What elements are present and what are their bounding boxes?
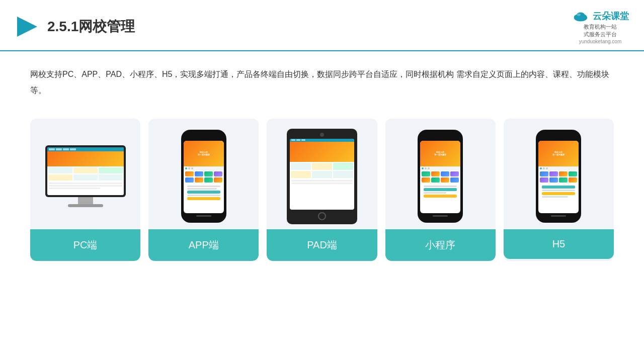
header-left: 2.5.1网校管理: [15, 15, 135, 39]
monitor-mockup: [45, 145, 126, 207]
card-app-image: 职达人的第一堂兴趣课: [148, 119, 259, 229]
logo-tagline: 教育机构一站式服务云平台: [584, 23, 617, 39]
svg-point-5: [577, 14, 581, 16]
card-miniprogram-label: 小程序: [385, 229, 496, 261]
phone-mini-mockup: 职达人的第一堂兴趣课: [418, 130, 463, 223]
svg-marker-0: [17, 17, 37, 37]
card-app-label: APP端: [148, 229, 259, 261]
cards-container: PC端 职达人的第一堂兴趣课: [0, 104, 644, 276]
card-pad-label: PAD端: [267, 229, 377, 261]
header: 2.5.1网校管理 云朵课堂 教育机构一站式服务云平台 yunduoketang…: [0, 0, 644, 51]
card-h5-image: 职达人的第一堂兴趣课: [504, 119, 614, 229]
description-text: 网校支持PC、APP、PAD、小程序、H5，实现多端打通，产品各终端自由切换，数…: [0, 51, 644, 104]
logo-cloud: 云朵课堂: [572, 9, 629, 23]
card-h5: 职达人的第一堂兴趣课: [504, 119, 614, 261]
card-h5-label: H5: [504, 229, 614, 259]
card-pc-image: [30, 119, 140, 229]
logo-area: 云朵课堂 教育机构一站式服务云平台 yunduoketang.com: [572, 9, 629, 44]
card-app: 职达人的第一堂兴趣课: [148, 119, 259, 261]
logo-text: 云朵课堂: [593, 10, 629, 22]
tablet-mockup: [287, 129, 357, 224]
phone-app-mockup: 职达人的第一堂兴趣课: [181, 130, 226, 223]
card-pad-image: [267, 119, 377, 229]
card-miniprogram: 职达人的第一堂兴趣课: [385, 119, 496, 261]
card-pc-label: PC端: [30, 229, 140, 261]
page-title: 2.5.1网校管理: [47, 17, 135, 36]
phone-h5-mockup: 职达人的第一堂兴趣课: [536, 130, 581, 223]
logo-url: yunduoketang.com: [579, 39, 622, 44]
card-miniprogram-image: 职达人的第一堂兴趣课: [385, 119, 496, 229]
card-pc: PC端: [30, 119, 140, 261]
cloud-icon: [572, 9, 590, 23]
card-pad: PAD端: [267, 119, 377, 261]
play-icon: [15, 15, 39, 39]
